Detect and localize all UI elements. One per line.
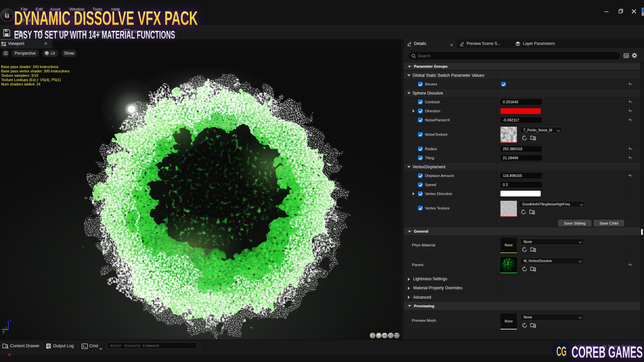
- svg-text:u: u: [5, 10, 9, 19]
- svg-text:z: z: [9, 318, 12, 322]
- svg-text:y: y: [2, 329, 5, 334]
- svg-text:x: x: [5, 325, 7, 329]
